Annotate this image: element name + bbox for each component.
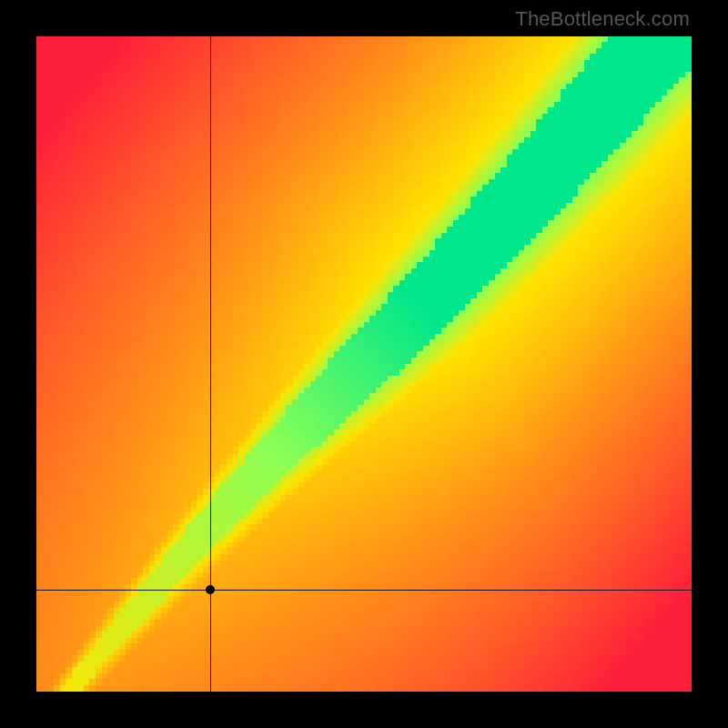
watermark-text: TheBottleneck.com xyxy=(515,7,690,31)
bottleneck-heatmap xyxy=(36,36,692,692)
chart-frame: TheBottleneck.com xyxy=(0,0,728,728)
